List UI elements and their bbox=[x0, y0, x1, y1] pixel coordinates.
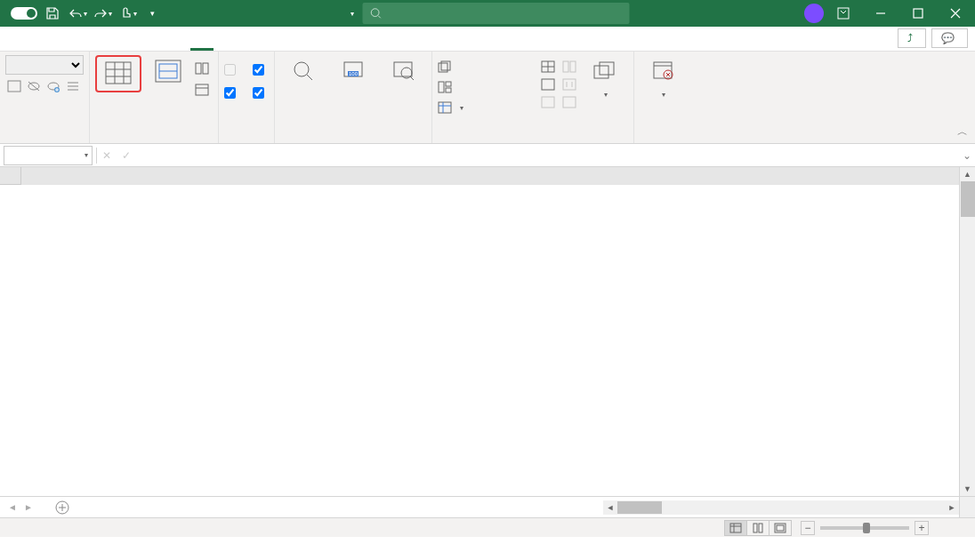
custom-views-button[interactable] bbox=[195, 80, 213, 100]
svg-rect-33 bbox=[600, 62, 614, 75]
sheet-nav-next-icon[interactable]: ► bbox=[21, 500, 36, 515]
tab-data[interactable] bbox=[144, 28, 167, 51]
redo-icon[interactable]: ▾ bbox=[93, 4, 112, 23]
group-show bbox=[219, 52, 275, 143]
svg-rect-3 bbox=[8, 81, 20, 92]
group-label-workbook-views bbox=[95, 125, 213, 141]
freeze-panes-button[interactable]: ▾ bbox=[438, 98, 536, 117]
minimize-icon[interactable] bbox=[863, 0, 898, 27]
keep-view-icon[interactable] bbox=[5, 78, 23, 94]
svg-rect-24 bbox=[439, 102, 451, 113]
svg-point-13 bbox=[294, 62, 309, 76]
scroll-left-icon[interactable]: ◄ bbox=[603, 503, 617, 512]
formula-input[interactable] bbox=[156, 146, 959, 165]
exit-view-icon[interactable] bbox=[25, 78, 43, 94]
zoom-in-button[interactable]: + bbox=[915, 521, 929, 535]
macros-button[interactable]: ▾ bbox=[640, 55, 686, 102]
title-bar: ▾ ▾ ▾ ▾ ▾ bbox=[0, 0, 975, 27]
headings-checkbox[interactable] bbox=[253, 84, 269, 101]
zoom-100-icon: 100 bbox=[339, 57, 367, 85]
page-break-preview-button[interactable] bbox=[145, 55, 191, 89]
collapse-ribbon-icon[interactable]: ︿ bbox=[957, 124, 968, 140]
tab-page-layout[interactable] bbox=[98, 28, 121, 51]
zoom-100-button[interactable]: 100 bbox=[330, 55, 376, 89]
page-break-icon bbox=[154, 57, 182, 85]
hide-icon[interactable] bbox=[539, 76, 557, 92]
status-page-layout-icon[interactable] bbox=[746, 520, 770, 536]
horizontal-scrollbar[interactable]: ◄ ► bbox=[603, 500, 959, 515]
expand-formula-bar-icon[interactable]: ⌄ bbox=[959, 149, 975, 162]
touch-mode-icon[interactable]: ▾ bbox=[117, 4, 137, 23]
svg-rect-29 bbox=[570, 61, 576, 72]
user-avatar[interactable] bbox=[804, 4, 824, 23]
search-box[interactable] bbox=[363, 3, 630, 24]
zoom-slider[interactable] bbox=[820, 526, 909, 530]
scroll-down-icon[interactable]: ▼ bbox=[960, 482, 975, 496]
sheet-view-dropdown[interactable] bbox=[5, 55, 84, 75]
autosave-toggle[interactable] bbox=[11, 7, 37, 20]
comments-button[interactable]: 💬 bbox=[931, 28, 968, 48]
group-label-macros bbox=[640, 125, 686, 141]
grid-area: ▲ ▼ bbox=[0, 167, 975, 496]
add-sheet-button[interactable] bbox=[52, 498, 73, 517]
group-sheet-view bbox=[0, 52, 90, 143]
tab-file[interactable] bbox=[5, 28, 28, 51]
save-icon[interactable] bbox=[43, 4, 62, 23]
ribbon-tabs: ⤴ 💬 bbox=[0, 27, 975, 52]
ribbon-display-options-icon[interactable] bbox=[826, 0, 861, 27]
zoom-icon bbox=[289, 57, 318, 85]
svg-rect-21 bbox=[439, 82, 444, 92]
group-window: ▾ ▾ bbox=[432, 52, 634, 143]
zoom-button[interactable] bbox=[280, 55, 326, 89]
zoom-out-button[interactable]: − bbox=[801, 521, 815, 535]
sheet-nav-prev-icon[interactable]: ◄ bbox=[5, 500, 20, 515]
arrange-all-button[interactable] bbox=[438, 77, 536, 97]
svg-rect-26 bbox=[542, 79, 554, 90]
svg-rect-41 bbox=[777, 525, 784, 531]
maximize-icon[interactable] bbox=[900, 0, 936, 27]
formula-bar-row: ▾ ✕ ✓ ⌄ bbox=[0, 144, 975, 167]
sync-scroll-icon bbox=[560, 76, 578, 92]
split-icon[interactable] bbox=[539, 59, 557, 75]
svg-rect-10 bbox=[196, 63, 201, 74]
tab-view[interactable] bbox=[190, 28, 214, 51]
tab-insert[interactable] bbox=[52, 28, 75, 51]
scroll-thumb-h[interactable] bbox=[617, 501, 662, 514]
new-view-icon[interactable] bbox=[44, 78, 62, 94]
scroll-up-icon[interactable]: ▲ bbox=[960, 167, 975, 181]
page-layout-button[interactable] bbox=[195, 59, 213, 78]
tab-draw[interactable] bbox=[75, 28, 98, 51]
name-box[interactable]: ▾ bbox=[4, 146, 93, 165]
zoom-selection-button[interactable] bbox=[380, 55, 426, 89]
svg-point-0 bbox=[371, 9, 379, 17]
close-icon[interactable] bbox=[938, 0, 973, 27]
share-button[interactable]: ⤴ bbox=[898, 28, 926, 48]
view-options-icon[interactable] bbox=[64, 78, 82, 94]
undo-icon[interactable]: ▾ bbox=[68, 4, 87, 23]
status-normal-view-icon[interactable] bbox=[724, 520, 747, 536]
page-layout-icon bbox=[195, 61, 209, 76]
tab-home[interactable] bbox=[28, 28, 52, 51]
formula-bar-checkbox[interactable] bbox=[253, 60, 269, 78]
switch-windows-button[interactable]: ▾ bbox=[582, 55, 628, 102]
status-page-break-icon[interactable] bbox=[769, 520, 792, 536]
new-window-button[interactable] bbox=[438, 57, 536, 76]
insert-function-icon[interactable] bbox=[136, 146, 156, 165]
tab-formulas[interactable] bbox=[121, 28, 144, 51]
qat-customize-icon[interactable]: ▾ bbox=[142, 4, 162, 23]
scroll-thumb-v[interactable] bbox=[961, 181, 975, 217]
svg-rect-22 bbox=[446, 82, 451, 86]
svg-rect-11 bbox=[203, 63, 208, 74]
vertical-scrollbar[interactable]: ▲ ▼ bbox=[959, 167, 975, 496]
svg-rect-7 bbox=[106, 62, 131, 84]
scroll-right-icon[interactable]: ► bbox=[945, 503, 959, 512]
normal-view-button[interactable] bbox=[95, 55, 141, 92]
group-macros: ▾ bbox=[634, 52, 691, 143]
tab-review[interactable] bbox=[167, 28, 190, 51]
group-label-zoom bbox=[280, 125, 426, 141]
gridlines-checkbox[interactable] bbox=[224, 84, 240, 101]
select-all-corner[interactable] bbox=[0, 167, 21, 185]
document-title[interactable]: ▾ bbox=[346, 10, 354, 18]
tab-help[interactable] bbox=[214, 28, 237, 51]
autosave-control[interactable] bbox=[7, 7, 37, 20]
